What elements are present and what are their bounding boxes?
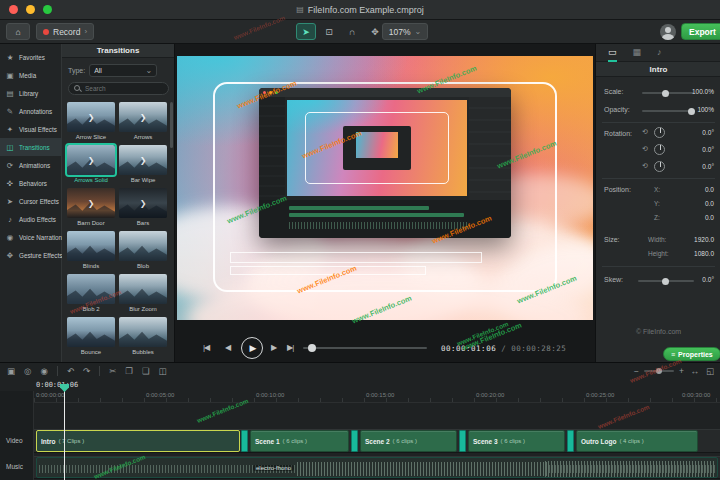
zoom-in-icon[interactable]: + (679, 366, 684, 376)
sidebar-item-label: Behaviors (19, 180, 47, 187)
position-y-value[interactable]: 0.0 (705, 200, 714, 207)
properties-button[interactable]: ≡ Properties (663, 347, 720, 361)
skew-slider-handle[interactable] (662, 278, 669, 285)
mini-minimize-icon (269, 91, 272, 94)
transition-item[interactable]: Blinds (67, 231, 115, 269)
play-button[interactable]: ▶ (241, 337, 263, 359)
zoom-out-icon[interactable]: − (634, 366, 639, 376)
tab-visual-properties[interactable]: ▭ (608, 44, 617, 62)
position-x-label: X: (654, 186, 660, 193)
clip-intro[interactable]: Intro ( 7 Clips ) (36, 430, 240, 452)
timeline-ruler[interactable]: 0:00:00:00 0:00:05:00 0:00:10:00 0:00:15… (34, 391, 720, 403)
step-back-button[interactable]: ◀ (225, 343, 230, 352)
clip-scene-1[interactable]: Scene 1 ( 6 clips ) (250, 430, 349, 452)
screen-record-icon[interactable]: ▣ (7, 366, 15, 376)
sidebar-item-cursor-effects[interactable]: ➤Cursor Effects (0, 192, 62, 210)
cut-button[interactable]: ✂ (109, 366, 116, 376)
zoom-fit-icon[interactable]: ↔ (690, 366, 699, 376)
step-forward-button[interactable]: ▶ (271, 343, 276, 352)
sidebar-item-annotations[interactable]: ✎Annotations (0, 102, 62, 120)
transition-indicator[interactable] (567, 430, 574, 452)
microphone-icon[interactable]: ◉ (40, 366, 47, 376)
position-x-value[interactable]: 0.0 (705, 186, 714, 193)
detach-timeline-icon[interactable]: ◱ (706, 366, 714, 376)
position-z-value[interactable]: 0.0 (705, 214, 714, 221)
playhead[interactable] (64, 384, 65, 480)
scale-slider[interactable] (642, 92, 694, 94)
jump-to-start-button[interactable]: |◀ (203, 343, 209, 352)
scale-label: Scale: (604, 88, 623, 95)
undo-button[interactable]: ↶ (67, 366, 74, 376)
fullscreen-window-button[interactable] (43, 5, 52, 14)
transition-item-selected[interactable]: ❯Arrows Solid (67, 145, 115, 183)
crop-tool[interactable]: ⊡ (319, 23, 339, 40)
opacity-slider-handle[interactable] (688, 108, 695, 115)
copy-button[interactable]: ❐ (125, 366, 133, 376)
split-button[interactable]: ◫ (159, 366, 167, 376)
transition-item[interactable]: ❯Arrow Slice (67, 102, 115, 140)
transition-item[interactable]: Bubbles (119, 317, 167, 355)
transition-item[interactable]: Bounce (67, 317, 115, 355)
search-box[interactable] (68, 82, 169, 95)
redo-button[interactable]: ↷ (83, 366, 90, 376)
camera-icon[interactable]: ◎ (24, 366, 31, 376)
clip-outro-logo[interactable]: Outro Logo ( 4 clips ) (576, 430, 698, 452)
sidebar-item-media[interactable]: ▣Media (0, 66, 62, 84)
rotation-dial-z[interactable] (654, 127, 665, 138)
rotation-dial-y[interactable] (654, 144, 665, 155)
skew-value: 0.0° (702, 276, 714, 283)
transition-item[interactable]: ❯Bars (119, 188, 167, 226)
transition-item[interactable]: ❯Barn Door (67, 188, 115, 226)
jump-to-end-button[interactable]: ▶| (287, 343, 293, 352)
home-button[interactable]: ⌂ (6, 23, 30, 40)
paste-button[interactable]: ❏ (142, 366, 150, 376)
width-value[interactable]: 1920.0 (694, 236, 714, 243)
position-y-label: Y: (654, 200, 660, 207)
transition-indicator[interactable] (351, 430, 358, 452)
height-value[interactable]: 1080.0 (694, 250, 714, 257)
sidebar-item-label: Annotations (19, 108, 52, 115)
clip-scene-3[interactable]: Scene 3 ( 6 clips ) (468, 430, 565, 452)
sidebar-item-audio-effects[interactable]: ♪Audio Effects (0, 210, 62, 228)
clip-music[interactable]: electro-fhono (36, 457, 718, 478)
sidebar-item-favorites[interactable]: ★Favorites (0, 48, 62, 66)
transition-indicator[interactable] (459, 430, 466, 452)
video-preview[interactable] (177, 56, 593, 320)
tab-audio-properties[interactable]: ♪ (657, 44, 662, 62)
opacity-slider[interactable] (642, 110, 694, 112)
export-button[interactable]: Export ⌄ (681, 23, 720, 40)
rotate-icon: ⟲ (642, 145, 648, 153)
minimize-window-button[interactable] (26, 5, 35, 14)
transition-item[interactable]: Blob (119, 231, 167, 269)
sidebar-item-voice-narration[interactable]: ◉Voice Narration (0, 228, 62, 246)
sidebar-item-transitions[interactable]: ◫Transitions (0, 138, 62, 156)
sidebar-item-animations[interactable]: ⟳Animations (0, 156, 62, 174)
rotation-dial-x[interactable] (654, 161, 665, 172)
scrubber-handle[interactable] (308, 344, 316, 352)
close-window-button[interactable] (9, 5, 18, 14)
search-input[interactable] (85, 85, 165, 92)
type-dropdown[interactable]: All ⌄ (89, 64, 157, 77)
transition-item[interactable]: Blur Zoom (119, 274, 167, 312)
sidebar-item-library[interactable]: ▤Library (0, 84, 62, 102)
canvas-zoom-dropdown[interactable]: 107% ⌄ (382, 23, 428, 40)
zoom-slider-handle[interactable] (656, 368, 662, 374)
tab-media-properties[interactable]: ▦ (633, 44, 642, 62)
transition-item[interactable]: ❯Arrows (119, 102, 167, 140)
account-avatar[interactable] (660, 24, 676, 40)
magnet-tool[interactable]: ∩ (342, 23, 362, 40)
timeline-zoom-slider[interactable] (644, 370, 674, 372)
panel-scrollbar[interactable] (170, 102, 173, 148)
skew-slider[interactable] (638, 280, 694, 282)
sidebar-item-visual-effects[interactable]: ✦Visual Effects (0, 120, 62, 138)
edit-cursor-tool[interactable]: ➤ (296, 23, 316, 40)
transition-item[interactable]: Blob 2 (67, 274, 115, 312)
playback-scrubber[interactable] (303, 347, 427, 349)
clip-scene-2[interactable]: Scene 2 ( 6 clips ) (360, 430, 457, 452)
sidebar-item-behaviors[interactable]: ✜Behaviors (0, 174, 62, 192)
scale-slider-handle[interactable] (662, 90, 669, 97)
transition-indicator[interactable] (241, 430, 248, 452)
record-button[interactable]: Record › (36, 23, 94, 40)
transition-item[interactable]: ❯Bar Wipe (119, 145, 167, 183)
sidebar-item-gesture-effects[interactable]: ✥Gesture Effects (0, 246, 62, 264)
